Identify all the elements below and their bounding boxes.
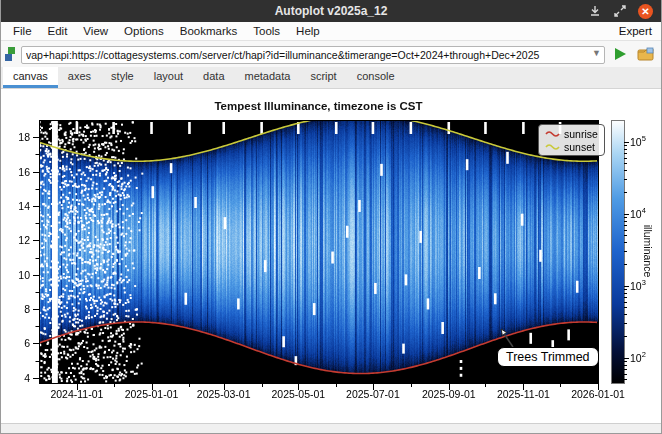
tab-metadata[interactable]: metadata	[235, 67, 301, 88]
legend-sunset-swatch	[545, 142, 560, 151]
legend-sunrise-label: sunrise	[564, 128, 598, 140]
close-icon[interactable]: ✕	[638, 4, 653, 19]
x-tick-label: 2025-03-01	[187, 388, 261, 400]
tab-script[interactable]: script	[300, 67, 346, 88]
menu-bar: FileEditViewOptionsBookmarksToolsHelpExp…	[1, 22, 661, 40]
menu-item-edit[interactable]: Edit	[40, 24, 76, 38]
tab-style[interactable]: style	[101, 67, 144, 88]
datasource-icon	[5, 46, 16, 62]
menu-item-view[interactable]: View	[75, 24, 116, 38]
colorbar-axis-label: illuminance	[642, 225, 654, 278]
legend-entry-sunset[interactable]: sunset	[545, 140, 598, 153]
maximize-icon[interactable]	[613, 4, 627, 18]
y-tick-label: 6	[8, 337, 30, 349]
uri-input[interactable]	[21, 46, 605, 64]
plot-panel: Tempest Illuminance, timezone is CST 202…	[1, 89, 662, 423]
window-title: Autoplot v2025a_12	[1, 4, 661, 18]
colorbar-tick-label: 105	[630, 134, 646, 148]
plot-legend[interactable]: sunrise sunset	[538, 124, 605, 156]
tab-axes[interactable]: axes	[58, 67, 101, 88]
tab-layout[interactable]: layout	[144, 67, 193, 88]
tab-bar: canvasaxesstylelayoutdatametadatascriptc…	[1, 67, 661, 89]
legend-sunrise-swatch	[545, 129, 560, 138]
menu-item-help[interactable]: Help	[288, 24, 328, 38]
legend-sunset-label: sunset	[564, 141, 595, 153]
expert-mode-label[interactable]: Expert	[619, 25, 661, 37]
app-window: Autoplot v2025a_12 ✕ FileEditViewOptions…	[0, 0, 662, 434]
y-tick-label: 10	[8, 269, 30, 281]
x-tick-label: 2025-05-01	[261, 388, 335, 400]
inspect-uri-button[interactable]	[635, 44, 657, 64]
uri-dropdown-icon[interactable]: ▼	[592, 48, 601, 58]
x-tick-label: 2024-11-01	[40, 388, 114, 400]
tab-console[interactable]: console	[347, 67, 405, 88]
window-controls: ✕	[588, 0, 653, 22]
y-tick-label: 12	[8, 234, 30, 246]
plot-go-button[interactable]	[610, 44, 630, 64]
x-tick-label: 2025-07-01	[336, 388, 410, 400]
x-tick-label: 2025-09-01	[412, 388, 486, 400]
y-tick-label: 8	[8, 303, 30, 315]
y-tick-label: 16	[8, 166, 30, 178]
y-tick-label: 18	[8, 131, 30, 143]
plot-title: Tempest Illuminance, timezone is CST	[39, 100, 598, 112]
menu-item-options[interactable]: Options	[116, 24, 172, 38]
y-tick-label: 4	[8, 372, 30, 384]
x-tick-label: 2025-01-01	[115, 388, 189, 400]
colorbar-tick-label: 104	[630, 206, 646, 220]
menu-item-file[interactable]: File	[5, 24, 40, 38]
colorbar-tick-label: 103	[630, 278, 646, 292]
title-bar[interactable]: Autoplot v2025a_12 ✕	[1, 0, 661, 22]
minimize-icon[interactable]	[588, 4, 602, 18]
x-tick-label: 2025-11-01	[486, 388, 560, 400]
colorbar-tick-label: 102	[630, 350, 646, 364]
uri-toolbar: ▼	[1, 40, 661, 67]
y-tick-label: 14	[8, 200, 30, 212]
uri-field-wrap: ▼	[21, 45, 605, 63]
status-bar	[1, 423, 661, 434]
x-tick-label: 2026-01-01	[561, 388, 635, 400]
legend-entry-sunrise[interactable]: sunrise	[545, 127, 598, 140]
tab-canvas[interactable]: canvas	[3, 67, 58, 88]
menu-item-bookmarks[interactable]: Bookmarks	[172, 24, 246, 38]
menu-item-tools[interactable]: Tools	[245, 24, 288, 38]
tab-data[interactable]: data	[193, 67, 234, 88]
annotation-trees-trimmed[interactable]: Trees Trimmed	[497, 347, 599, 367]
